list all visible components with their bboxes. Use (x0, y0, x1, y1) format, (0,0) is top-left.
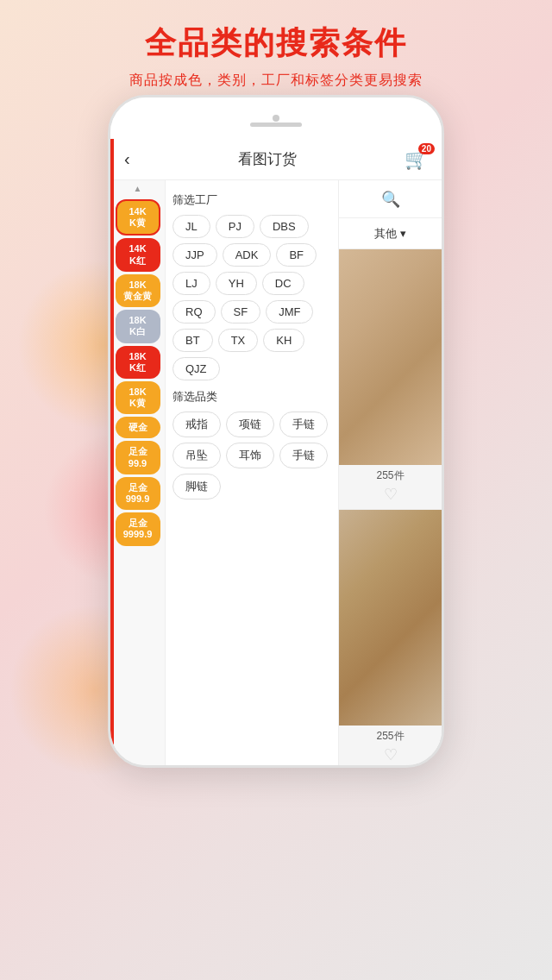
category-chip-脚链[interactable]: 脚链 (172, 474, 221, 499)
cart-badge: 20 (418, 143, 435, 154)
factory-section-title: 筛选工厂 (172, 192, 331, 208)
category-chip-耳饰[interactable]: 耳饰 (226, 443, 274, 468)
factory-chip-PJ[interactable]: PJ (216, 215, 254, 238)
factory-chip-YH[interactable]: YH (216, 272, 257, 295)
sidebar-item-gold-99999[interactable]: 足金9999.9 (116, 512, 160, 545)
sidebar-badges-container: 14KK黄14KK红18K黄金黄18KK白18KK红18KK黄硬金足金99.9足… (110, 199, 165, 546)
sidebar-item-14k-yellow[interactable]: 14KK黄 (116, 199, 160, 236)
search-icon: 🔍 (381, 190, 400, 209)
category-chips-row: 戒指项链手链吊坠耳饰手链脚链 (172, 411, 331, 499)
product-panel: 🔍 其他 ▾ 255件 ♡ 255件 ♡ (338, 180, 442, 768)
product-card-2: 255件 ♡ (339, 510, 442, 768)
cart-button[interactable]: 🛒 20 (405, 148, 428, 171)
factory-chip-LJ[interactable]: LJ (172, 272, 210, 295)
product-card-1: 255件 ♡ (339, 249, 442, 510)
category-chip-项链[interactable]: 项链 (226, 411, 274, 437)
factory-chip-DBS[interactable]: DBS (260, 215, 309, 238)
factory-chips-row: JLPJDBSJJPADKBFLJYHDCRQSFJMFBTTXKHQJZ (172, 215, 331, 380)
factory-chip-DC[interactable]: DC (262, 272, 304, 295)
factory-chip-TX[interactable]: TX (218, 329, 259, 352)
product-search-bar[interactable]: 🔍 (339, 180, 442, 218)
app-navbar: ‹ 看图订货 🛒 20 (110, 139, 442, 180)
product-heart-2[interactable]: ♡ (384, 745, 398, 764)
factory-chip-RQ[interactable]: RQ (172, 300, 216, 324)
factory-chip-KH[interactable]: KH (263, 329, 304, 352)
header-area: 全品类的搜索条件 商品按成色，类别，工厂和标签分类更易搜索 (0, 0, 552, 112)
product-count-1: 255件 (376, 468, 404, 483)
page-subtitle: 商品按成色，类别，工厂和标签分类更易搜索 (129, 72, 423, 90)
factory-chip-QJZ[interactable]: QJZ (172, 357, 220, 380)
navbar-title: 看图订货 (238, 149, 297, 169)
page-main-title: 全品类的搜索条件 (145, 22, 407, 65)
sidebar-arrow-up: ▲ (110, 180, 165, 197)
sidebar-item-18k-red[interactable]: 18KK红 (116, 346, 160, 379)
category-section-title: 筛选品类 (172, 389, 331, 405)
sidebar-item-18k-gold-yellow[interactable]: 18K黄金黄 (116, 274, 160, 307)
product-count-2: 255件 (376, 729, 404, 744)
sidebar-item-18k-white[interactable]: 18KK白 (116, 310, 160, 342)
sidebar-item-gold-9999[interactable]: 足金999.9 (116, 477, 160, 510)
back-button[interactable]: ‹ (124, 149, 130, 169)
factory-chip-BT[interactable]: BT (172, 329, 213, 352)
filter-other-label: 其他 (374, 226, 397, 242)
phone-camera (273, 115, 279, 122)
factory-chip-JJP[interactable]: JJP (172, 243, 217, 267)
category-chip-手链[interactable]: 手链 (279, 411, 328, 437)
sidebar-item-hard-gold[interactable]: 硬金 (116, 417, 160, 438)
factory-chip-JMF[interactable]: JMF (266, 300, 313, 324)
category-chip-手链[interactable]: 手链 (279, 443, 328, 468)
product-image-1 (339, 249, 442, 465)
product-filter-row[interactable]: 其他 ▾ (339, 218, 442, 249)
phone-frame: ‹ 看图订货 🛒 20 ▲ 14KK黄14KK红18K黄金黄18KK白18KK红… (108, 95, 444, 768)
factory-chip-JL[interactable]: JL (172, 215, 210, 238)
left-sidebar: ▲ 14KK黄14KK红18K黄金黄18KK白18KK红18KK黄硬金足金99.… (110, 180, 166, 768)
phone-side-accent (110, 139, 114, 765)
filter-arrow-icon: ▾ (400, 227, 406, 240)
factory-chip-SF[interactable]: SF (221, 300, 261, 324)
phone-speaker (250, 122, 302, 127)
category-chip-吊坠[interactable]: 吊坠 (172, 443, 221, 468)
filter-panel: 筛选工厂 JLPJDBSJJPADKBFLJYHDCRQSFJMFBTTXKHQ… (166, 180, 338, 768)
sidebar-item-18k-yellow[interactable]: 18KK黄 (116, 381, 160, 414)
factory-chip-BF[interactable]: BF (276, 243, 317, 267)
sidebar-item-14k-red[interactable]: 14KK红 (116, 238, 160, 271)
product-heart-1[interactable]: ♡ (384, 485, 398, 504)
product-image-2 (339, 510, 442, 726)
factory-chip-ADK[interactable]: ADK (223, 243, 272, 267)
category-chip-戒指[interactable]: 戒指 (172, 411, 221, 437)
sidebar-item-gold-999[interactable]: 足金99.9 (116, 441, 160, 474)
app-content: ▲ 14KK黄14KK红18K黄金黄18KK白18KK红18KK黄硬金足金99.… (110, 180, 442, 768)
